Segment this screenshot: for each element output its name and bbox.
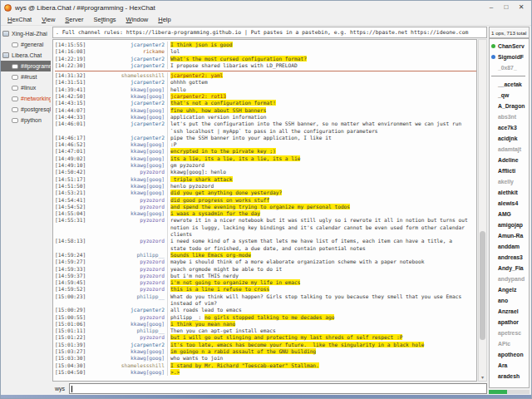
timestamp: [14:49:10] <box>55 162 88 169</box>
userlist-header: 1 ops, 713 total <box>489 27 530 38</box>
user-item-abs3nt[interactable]: abs3nt <box>491 111 529 122</box>
chat-line: [15:03:27]kkawg[goog]im goingo n a rabid… <box>55 348 476 355</box>
timestamp: [14:39:41] <box>55 86 88 93</box>
user-item-apotheon[interactable]: apotheon <box>491 349 529 360</box>
user-item-amg[interactable]: AMG <box>491 209 529 219</box>
channel-bubble-icon <box>12 96 18 101</box>
nick-button[interactable]: wys <box>52 386 69 392</box>
chat-scrollbar[interactable]: ▾ <box>478 39 487 382</box>
message-text: I stand by Mr. Richard "Toescab-eater" S… <box>168 362 476 369</box>
user-item-andypand[interactable]: andypand <box>491 273 529 284</box>
minimize-button[interactable]: – <box>484 2 499 13</box>
nick-label: jcarpenter2 <box>88 42 168 48</box>
user-item-amun-ra[interactable]: Amun-Ra <box>491 230 529 241</box>
chat-line: [14:31:51]jcarpenter2ohhhh gottem <box>55 79 476 86</box>
network-item-libera.chat[interactable]: Libera.Chat <box>1 50 51 61</box>
message-text: I think json is good <box>168 42 476 48</box>
user-item-anddam[interactable]: anddam <box>491 241 529 252</box>
user-item-akelly[interactable]: akelly <box>491 176 529 187</box>
user-item-adeline[interactable]: Adeline <box>491 155 529 165</box>
maximize-button[interactable]: □ <box>499 2 514 13</box>
op-badge-icon <box>491 44 495 48</box>
nick-label: pyzozord <box>88 273 168 279</box>
nick-label <box>88 231 168 238</box>
voice-badge-icon <box>491 55 495 59</box>
user-item-aradesh[interactable]: aradesh <box>491 371 529 382</box>
nick-label: rickame <box>88 48 168 55</box>
chat-line: [14:59:52]pyzozordthis is a line i refus… <box>55 286 476 293</box>
menu-item-help[interactable]: Help <box>153 16 175 23</box>
user-item-sigmoidf[interactable]: SigmoidF <box>491 52 529 62</box>
menu-item-settings[interactable]: Settings <box>88 16 121 23</box>
user-item-andy_fla[interactable]: Andy_Fla <box>491 263 529 273</box>
message-text: notion is luggy, lacking key bindings an… <box>168 224 476 231</box>
channel-item-networking[interactable]: #networking <box>1 93 51 104</box>
channel-item-linux[interactable]: #linux <box>1 82 51 93</box>
message-text: gm pyzozord <box>168 162 476 169</box>
menu-item-window[interactable]: Window <box>121 16 154 23</box>
user-item-apic[interactable]: APic <box>491 338 529 349</box>
user-item-_qw[interactable]: _qw <box>491 90 529 101</box>
timestamp: [15:03:27] <box>55 348 88 355</box>
timestamp <box>55 231 88 238</box>
user-item-adamtajt[interactable]: adamtajt <box>491 144 529 155</box>
channel-item-python[interactable]: #python <box>1 115 51 126</box>
menu-item-view[interactable]: View <box>37 16 60 23</box>
channel-bubble-icon <box>12 64 18 69</box>
menu-item-server[interactable]: Server <box>60 16 88 23</box>
message-text: I propose shared libaries with LD_PRELOA… <box>168 62 476 69</box>
scrollbar-thumb[interactable] <box>480 231 485 340</box>
user-item-_0x87_[interactable]: _0x87_ <box>491 62 529 73</box>
user-item-__acetak[interactable]: __acetak <box>491 79 529 90</box>
user-item-alewis4[interactable]: alewis4 <box>491 198 529 209</box>
chat-line: [14:51:17]kkawg[goog] triple shark attac… <box>55 176 476 183</box>
nick-label: kkawg[goog] <box>88 148 168 155</box>
user-item-anzrael[interactable]: Anzrael <box>491 306 529 317</box>
close-button[interactable]: ✕ <box>514 2 529 13</box>
message-text: ohhhh gottem <box>168 79 476 86</box>
message-area: [14:15:55]jcarpenter2I think json is goo… <box>52 39 477 382</box>
nick-label: jcarpenter2 <box>88 100 168 106</box>
timestamp <box>55 128 88 135</box>
user-item-alethkit[interactable]: alethkit <box>491 187 529 198</box>
user-item-a_dragon[interactable]: A_Dragon <box>491 101 529 111</box>
message-input[interactable] <box>69 383 487 394</box>
timestamp: [14:55:31] <box>55 217 88 224</box>
user-item-ace7k3[interactable]: ace7k3 <box>491 122 529 133</box>
channel-item-general[interactable]: #general <box>1 39 51 50</box>
message-text: that's not a configuration format! <box>168 100 476 106</box>
scrollbar-down-arrow-icon[interactable]: ▾ <box>479 375 486 381</box>
chat-line: [14:49:02]kkawg[goog]its a lie, its a li… <box>55 155 476 162</box>
user-item-apathor[interactable]: apathor <box>491 317 529 328</box>
chat-line: [15:00:23]philipp__What do you think wil… <box>55 293 476 300</box>
user-item-amigojap[interactable]: amigojap <box>491 219 529 230</box>
channel-item-rust[interactable]: ##rust <box>1 71 51 82</box>
chat-line: [14:53:21]kkawg[goog]did you get anythin… <box>55 190 476 196</box>
user-item-andreas3[interactable]: andreas3 <box>491 252 529 263</box>
message-text: jcarpenter2: yaml <box>168 72 476 79</box>
channel-item-programming[interactable]: ##programming <box>1 61 51 71</box>
timestamp: [15:01:39] <box>55 342 88 348</box>
nick-label: philipp__ <box>88 252 168 259</box>
menu-item-hexchat[interactable]: HexChat <box>2 16 37 23</box>
chat-line: state todo or finished, a due date, and … <box>55 245 476 252</box>
user-item-chanserv[interactable]: ChanServ <box>491 41 529 52</box>
timestamp: [14:59:33] <box>55 266 88 273</box>
nick-label: pyzozord <box>88 204 168 210</box>
nick-label <box>88 245 168 252</box>
topic-bar[interactable]: . Full channel rules: https://libera-pro… <box>52 27 487 38</box>
timestamp: [15:00:23] <box>55 293 88 300</box>
timestamp: [14:49:02] <box>55 155 88 162</box>
user-item-acidjnk[interactable]: acidjnk <box>491 133 529 144</box>
user-item-apetresc[interactable]: apetresc <box>491 328 529 338</box>
user-item-ano[interactable]: ano <box>491 295 529 306</box>
user-item-angelz[interactable]: Angelz <box>491 284 529 295</box>
network-item-xing-hai-zhai[interactable]: Xing-Hai-Zhai <box>1 28 51 39</box>
channel-item-postgresql[interactable]: #postgresql <box>1 104 51 115</box>
user-item-afflicti[interactable]: Afflicti <box>491 165 529 176</box>
message-text: rewrote it in a nicer notebook but it wa… <box>168 217 476 224</box>
message-text: state todo or finished, a due date, and … <box>168 245 476 252</box>
nick-label: pyzozord <box>88 286 168 293</box>
user-item-ara[interactable]: Ara <box>491 360 529 371</box>
chat-wrap: [14:15:55]jcarpenter2I think json is goo… <box>52 39 487 382</box>
